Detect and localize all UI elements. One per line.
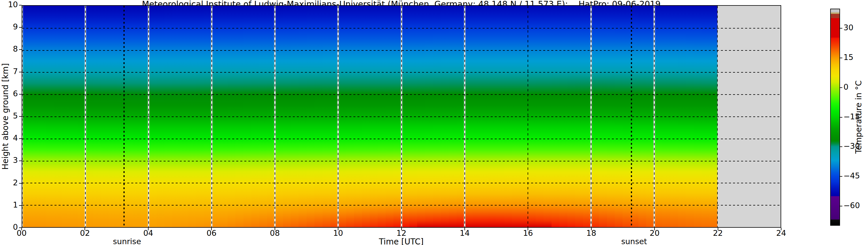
sunset-annotation: sunset <box>621 237 647 245</box>
colorbar <box>830 9 840 226</box>
colorbar-tick-label: −30 <box>843 142 860 150</box>
y-tick-mark <box>19 94 22 95</box>
colorbar-tick-mark <box>840 206 842 206</box>
x-tick-label: 06 <box>207 229 216 238</box>
y-tick-mark <box>19 49 22 50</box>
sunrise-line <box>123 6 125 227</box>
x-tick-label: 02 <box>80 229 90 238</box>
colorbar-tick-mark <box>840 176 842 177</box>
height-gridline <box>22 72 781 73</box>
y-tick-label: 1 <box>0 200 18 209</box>
x-tick-label: 08 <box>270 229 280 238</box>
x-tick-label: 24 <box>776 229 786 238</box>
y-tick-label: 4 <box>0 134 18 142</box>
x-tick-label: 12 <box>396 229 406 238</box>
y-tick-label: 6 <box>0 89 18 98</box>
height-gridline <box>22 28 781 29</box>
height-gridline <box>22 161 781 162</box>
y-tick-mark <box>19 161 22 161</box>
x-tick-label: 00 <box>17 229 27 238</box>
y-tick-mark <box>19 205 22 206</box>
x-tick-label: 14 <box>460 229 470 238</box>
y-tick-mark <box>19 116 22 117</box>
sunset-line <box>631 6 632 227</box>
colorbar-tick-mark <box>840 117 842 117</box>
y-tick-label: 8 <box>0 44 18 53</box>
colorbar-tick-label: 0 <box>843 82 848 92</box>
height-gridline <box>22 139 781 139</box>
y-tick-mark <box>19 228 22 228</box>
colorbar-tick-mark <box>840 88 842 88</box>
y-tick-mark <box>19 5 22 5</box>
colorbar-tick-mark <box>840 58 842 58</box>
colorbar-tick-mark <box>840 146 842 147</box>
y-tick-label: 9 <box>0 22 18 31</box>
y-tick-label: 0 <box>0 222 18 232</box>
x-tick-label: 04 <box>143 229 153 238</box>
x-axis-label: Time [UTC] <box>379 237 424 245</box>
y-tick-mark <box>19 183 22 184</box>
height-gridline <box>22 116 781 117</box>
y-tick-label: 10 <box>0 0 18 9</box>
x-tick-label: 16 <box>523 229 533 238</box>
sunrise-annotation: sunrise <box>113 237 141 245</box>
height-gridline <box>22 50 781 51</box>
figure: Meteorological Institute of Ludwig-Maxim… <box>0 0 868 245</box>
y-tick-label: 5 <box>0 111 18 120</box>
colorbar-tick-label: −15 <box>843 112 860 121</box>
y-tick-label: 7 <box>0 67 18 76</box>
x-tick-label: 20 <box>650 229 659 238</box>
y-tick-label: 3 <box>0 155 18 165</box>
colorbar-tick-mark <box>840 28 842 29</box>
y-tick-mark <box>19 72 22 72</box>
height-gridline <box>22 94 781 95</box>
x-tick-label: 18 <box>586 229 596 238</box>
plot-area <box>22 5 781 228</box>
x-tick-label: 10 <box>333 229 343 238</box>
colorbar-tick-label: 30 <box>843 23 853 32</box>
y-tick-mark <box>19 138 22 139</box>
colorbar-tick-label: −60 <box>843 201 860 210</box>
y-tick-mark <box>19 27 22 28</box>
height-gridline <box>22 205 781 206</box>
colorbar-tick-label: −45 <box>843 171 860 180</box>
height-gridline <box>22 183 781 183</box>
x-tick-label: 22 <box>713 229 723 238</box>
y-tick-label: 2 <box>0 178 18 187</box>
colorbar-tick-label: 15 <box>843 53 853 62</box>
